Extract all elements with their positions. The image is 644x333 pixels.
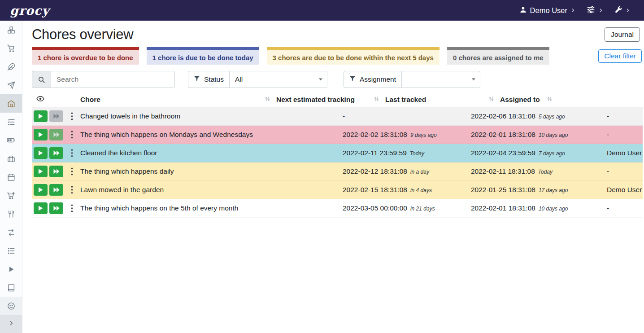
search-input[interactable]	[51, 71, 175, 88]
track-chore-button[interactable]	[34, 166, 48, 177]
sidebar-item-meal-plan[interactable]	[0, 76, 22, 94]
track-chore-button[interactable]	[34, 129, 48, 140]
calendar-icon	[7, 173, 15, 181]
boxes-icon	[7, 26, 15, 34]
chore-menu-button[interactable]	[69, 203, 75, 214]
last-tracked-time: 2022-02-01 18:31:08	[471, 204, 535, 212]
sidebar-item-inventory[interactable]	[0, 241, 22, 260]
skip-chore-button[interactable]	[49, 202, 63, 214]
exchange-icon	[7, 228, 15, 237]
chore-menu-button[interactable]	[69, 184, 75, 195]
sort-icon	[547, 96, 552, 104]
briefcase-icon	[7, 155, 15, 163]
user-menu[interactable]: Demo User	[519, 6, 576, 15]
track-chore-button[interactable]	[34, 184, 48, 196]
last-tracked-time: 2022-02-01 18:31:08	[471, 131, 535, 139]
column-header-next-estimated-tracking[interactable]: Next estimated tracking	[273, 96, 382, 104]
status-select[interactable]: All	[229, 71, 327, 88]
summary-card-text: 1 chore is due to be done today	[152, 54, 253, 61]
sidebar-item-calendar[interactable]	[0, 168, 22, 186]
last-tracked-time: 2022-02-06 18:31:08	[471, 112, 535, 120]
track-chore-button[interactable]	[34, 110, 48, 122]
chores-table: Chore Next estimated tracking Last track…	[32, 92, 643, 218]
sidebar-expand-button[interactable]	[0, 315, 22, 333]
chevron-right-icon	[625, 8, 631, 13]
sidebar-item-recipes[interactable]	[0, 57, 22, 76]
user-name: Demo User	[530, 6, 567, 15]
last-tracked-relative: Today	[538, 169, 553, 175]
journal-button[interactable]: Journal	[605, 27, 640, 42]
wrench-icon	[614, 6, 622, 15]
sidebar-item-consume[interactable]	[0, 205, 22, 223]
sidebar-item-tasks[interactable]	[0, 113, 22, 131]
sidebar-item-transfer[interactable]	[0, 223, 22, 241]
next-tracking-relative: in 21 days	[410, 206, 435, 212]
chore-name: The thing which happens on the 5th of ev…	[77, 204, 339, 212]
column-visibility-toggle[interactable]	[32, 95, 77, 105]
last-tracked-relative: 10 days ago	[539, 206, 568, 212]
settings-menu[interactable]	[587, 5, 604, 16]
sidebar-item-equipment[interactable]	[0, 149, 22, 168]
summary-card-assigned-to-me[interactable]: 0 chores are assigned to me	[447, 47, 549, 65]
navbar-menus: Demo User	[519, 5, 631, 16]
chore-name: The thing which happens on Mondays and W…	[77, 131, 339, 139]
chore-menu-button[interactable]	[69, 166, 75, 177]
play-icon	[8, 266, 15, 273]
assigned-to: -	[603, 112, 643, 120]
main-content: Chores overview Journal 1 chore is overd…	[22, 21, 644, 333]
table-row: Lawn mowed in the garden 2022-02-15 18:3…	[32, 181, 643, 199]
assigned-to: Demo User 4	[603, 149, 643, 157]
next-tracking-relative: 9 days ago	[410, 132, 437, 138]
skip-chore-button[interactable]	[49, 129, 63, 140]
book-icon	[7, 284, 15, 292]
status-select-value: All	[235, 75, 243, 83]
chore-name: Changed towels in the bathroom	[77, 112, 339, 120]
column-header-assigned-to[interactable]: Assigned to	[496, 96, 555, 104]
sidebar-item-shopping-list[interactable]	[0, 39, 22, 57]
summary-card-text: 0 chores are assigned to me	[453, 54, 544, 61]
sidebar-item-batteries[interactable]	[0, 131, 22, 149]
admin-menu[interactable]	[614, 6, 631, 15]
column-header-last-tracked[interactable]: Last tracked	[382, 96, 496, 104]
clear-filter-button[interactable]: Clear filter	[598, 49, 642, 63]
sidebar-item-battery-tracking[interactable]	[0, 278, 22, 297]
next-tracking-time: -	[343, 112, 345, 120]
status-filter-label: Status	[188, 71, 229, 88]
next-tracking-relative: in 4 days	[410, 187, 432, 193]
sidebar	[0, 21, 22, 333]
assignment-select[interactable]	[401, 71, 480, 88]
sidebar-item-smiley[interactable]	[0, 297, 22, 315]
skip-chore-button[interactable]	[49, 184, 63, 196]
filters-row: Status All Assignment	[22, 71, 644, 88]
chore-menu-button[interactable]	[69, 148, 75, 158]
chore-name: Lawn mowed in the garden	[77, 186, 339, 194]
battery-icon	[7, 136, 15, 145]
summary-card-due-today[interactable]: 1 chore is due to be done today	[147, 47, 259, 65]
sidebar-item-chores-overview[interactable]	[0, 94, 22, 113]
eye-icon	[36, 95, 44, 105]
sidebar-item-purchase[interactable]	[0, 186, 22, 205]
sidebar-item-stock-overview[interactable]	[0, 21, 22, 39]
track-chore-button[interactable]	[34, 147, 48, 159]
paper-plane-icon	[7, 81, 15, 89]
next-tracking-time: 2022-02-11 23:59:59	[343, 149, 407, 157]
skip-chore-button[interactable]	[49, 166, 63, 177]
sidebar-item-chore-tracking[interactable]	[0, 260, 22, 278]
chevron-right-icon	[8, 320, 14, 328]
search-icon	[32, 71, 51, 88]
skip-chore-button[interactable]	[49, 110, 63, 122]
track-chore-button[interactable]	[34, 202, 48, 214]
grocy-logo[interactable]: grocy	[10, 4, 49, 18]
sort-icon	[265, 96, 270, 104]
list-icon	[7, 247, 15, 255]
column-header-chore[interactable]: Chore	[77, 96, 273, 104]
chore-menu-button[interactable]	[69, 129, 75, 140]
page-title: Chores overview	[32, 26, 133, 43]
summary-card-overdue[interactable]: 1 chore is overdue to be done	[32, 47, 139, 65]
skip-chore-button[interactable]	[49, 147, 63, 159]
user-icon	[519, 6, 527, 15]
chore-menu-button[interactable]	[69, 111, 75, 122]
summary-card-due-soon[interactable]: 3 chores are due to be done within the n…	[267, 47, 439, 65]
cart-plus-icon	[7, 192, 15, 200]
shopping-cart-icon	[7, 44, 15, 53]
